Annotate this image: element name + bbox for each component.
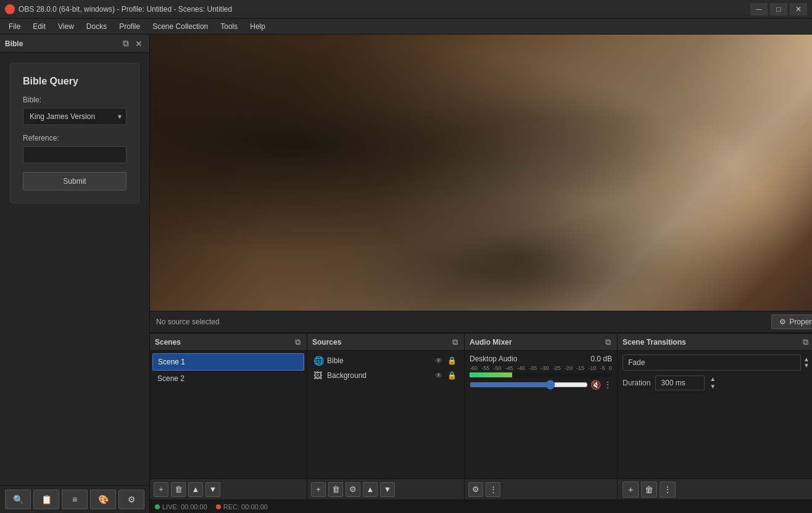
scene-up-button[interactable]: ▲ <box>188 482 203 497</box>
audio-volume-slider[interactable] <box>470 380 588 389</box>
source-visibility-button[interactable]: 👁 <box>434 356 444 365</box>
scenes-panel-footer: + 🗑 ▲ ▼ <box>150 478 307 499</box>
palette-button[interactable]: 🎨 <box>90 490 116 509</box>
reference-input[interactable] <box>23 146 126 163</box>
list-button[interactable]: ≡ <box>62 490 88 509</box>
audio-more-button[interactable]: ⋮ <box>603 380 612 390</box>
sources-panel-float-button[interactable]: ⧉ <box>451 337 459 347</box>
add-button[interactable]: 📋 <box>33 490 59 509</box>
menu-file[interactable]: File <box>2 19 27 34</box>
status-bar: LIVE: 00:00:00 REC: 00:00:00 CPU: 0.3%, … <box>150 499 812 513</box>
audio-meter-labels: -60 -55 -50 -45 -40 -35 -30 -25 -20 -15 … <box>470 365 612 371</box>
search-button[interactable]: 🔍 <box>5 490 31 509</box>
scenes-list: Scene 1 Scene 2 <box>150 351 307 478</box>
preview-canvas <box>150 35 812 311</box>
audio-track-name: Desktop Audio <box>470 355 517 363</box>
transitions-panel-float-button[interactable]: ⧉ <box>802 337 810 347</box>
live-indicator <box>155 504 160 509</box>
bible-query-box: Bible Query Bible: King James Version Ne… <box>10 63 139 203</box>
bible-dock-float-button[interactable]: ⧉ <box>121 38 131 49</box>
bible-dock-close-button[interactable]: ✕ <box>133 38 144 49</box>
source-lock-button[interactable]: 🔒 <box>446 356 458 365</box>
scenes-panel-header: Scenes ⧉ <box>150 334 307 351</box>
transitions-panel-header: Scene Transitions ⧉ <box>618 334 812 351</box>
menu-scene-collection[interactable]: Scene Collection <box>146 19 214 34</box>
audio-more-settings-button[interactable]: ⋮ <box>486 482 500 497</box>
scene-remove-button[interactable]: 🗑 <box>171 482 186 497</box>
duration-label: Duration <box>623 379 650 387</box>
audio-track-header: Desktop Audio 0.0 dB <box>470 355 612 363</box>
audio-panel-title: Audio Mixer <box>470 338 512 347</box>
close-button[interactable]: ✕ <box>790 3 807 15</box>
menu-tools[interactable]: Tools <box>214 19 244 34</box>
sources-panel-header: Sources ⧉ <box>307 334 464 351</box>
bible-query-area: Bible Query Bible: King James Version Ne… <box>0 53 149 485</box>
gear-small-icon: ⚙ <box>779 318 786 326</box>
search-icon: 🔍 <box>13 495 23 504</box>
properties-button[interactable]: ⚙ Properties <box>771 314 812 329</box>
submit-button[interactable]: Submit <box>23 172 126 191</box>
transition-select[interactable]: Fade Cut Swipe Slide <box>623 355 801 371</box>
source-settings-button[interactable]: ⚙ <box>346 482 360 497</box>
transitions-panel: Scene Transitions ⧉ Fade Cut Swipe Slide <box>618 334 812 499</box>
source-add-button[interactable]: + <box>311 482 326 497</box>
menu-view[interactable]: View <box>52 19 80 34</box>
scene-item[interactable]: Scene 2 <box>152 371 304 387</box>
source-item-name: Bible <box>327 356 430 365</box>
menu-profile[interactable]: Profile <box>113 19 146 34</box>
menu-help[interactable]: Help <box>244 19 271 34</box>
bible-select-wrapper: King James Version New International Ver… <box>23 108 126 125</box>
source-down-button[interactable]: ▼ <box>380 482 395 497</box>
menu-docks[interactable]: Docks <box>80 19 113 34</box>
transition-down-arrow[interactable]: ▼ <box>803 363 810 369</box>
sources-list: 🌐 Bible 👁 🔒 🖼 Background 👁 🔒 <box>307 351 464 478</box>
title-bar-left: OBS 28.0.0 (64-bit, windows) - Profile: … <box>5 4 232 14</box>
menu-bar: File Edit View Docks Profile Scene Colle… <box>0 18 812 35</box>
audio-settings-button[interactable]: ⚙ <box>468 482 483 497</box>
bible-query-title: Bible Query <box>23 76 126 87</box>
scene-item[interactable]: Scene 1 <box>152 353 304 371</box>
audio-panel-header: Audio Mixer ⧉ <box>465 334 617 351</box>
source-item[interactable]: 🖼 Background 👁 🔒 <box>310 368 462 383</box>
scene-down-button[interactable]: ▼ <box>205 482 220 497</box>
scenes-panel: Scenes ⧉ Scene 1 Scene 2 + 🗑 ▲ ▼ <box>150 334 307 499</box>
audio-mute-button[interactable]: 🔇 <box>590 380 601 390</box>
sources-panel-footer: + 🗑 ⚙ ▲ ▼ <box>307 478 464 499</box>
scene-add-button[interactable]: + <box>154 482 168 497</box>
title-bar-controls: ─ □ ✕ <box>750 3 807 15</box>
source-up-button[interactable]: ▲ <box>363 482 378 497</box>
sources-panel-title: Sources <box>312 338 341 347</box>
source-remove-button[interactable]: 🗑 <box>328 482 343 497</box>
gear-icon: ⚙ <box>128 495 136 504</box>
bible-toolbar: 🔍 📋 ≡ 🎨 ⚙ <box>0 485 149 513</box>
bible-select[interactable]: King James Version New International Ver… <box>23 108 126 125</box>
source-item-controls: 👁 🔒 <box>434 371 458 380</box>
transition-more-button[interactable]: ⋮ <box>660 482 676 498</box>
bible-dock-title: Bible <box>5 39 23 48</box>
transition-select-wrapper: Fade Cut Swipe Slide <box>623 355 801 371</box>
settings-toolbar-button[interactable]: ⚙ <box>118 490 144 509</box>
minimize-button[interactable]: ─ <box>750 3 768 15</box>
source-lock-button[interactable]: 🔒 <box>446 371 458 380</box>
transition-select-row: Fade Cut Swipe Slide ▲ ▼ <box>623 355 810 371</box>
transitions-panel-title: Scene Transitions <box>623 338 686 347</box>
audio-panel-float-button[interactable]: ⧉ <box>604 337 612 347</box>
globe-icon: 🌐 <box>313 356 323 366</box>
title-bar: OBS 28.0.0 (64-bit, windows) - Profile: … <box>0 0 812 18</box>
source-item-name: Background <box>327 371 430 380</box>
menu-edit[interactable]: Edit <box>27 19 52 34</box>
restore-button[interactable]: □ <box>770 3 787 15</box>
transition-add-button[interactable]: + <box>623 482 639 498</box>
reference-label: Reference: <box>23 134 126 142</box>
duration-input[interactable] <box>655 376 705 390</box>
source-visibility-button[interactable]: 👁 <box>434 371 444 380</box>
no-source-text: No source selected <box>156 318 765 326</box>
duration-up-arrow[interactable]: ▲ <box>710 376 716 383</box>
audio-track: Desktop Audio 0.0 dB -60 -55 -50 -45 -40… <box>470 355 612 390</box>
bottom-panels: Scenes ⧉ Scene 1 Scene 2 + 🗑 ▲ ▼ Sources <box>150 333 812 499</box>
scenes-panel-float-button[interactable]: ⧉ <box>294 337 302 347</box>
source-item[interactable]: 🌐 Bible 👁 🔒 <box>310 353 462 368</box>
audio-meter <box>470 372 612 377</box>
duration-down-arrow[interactable]: ▼ <box>710 383 716 390</box>
transition-remove-button[interactable]: 🗑 <box>641 482 657 498</box>
